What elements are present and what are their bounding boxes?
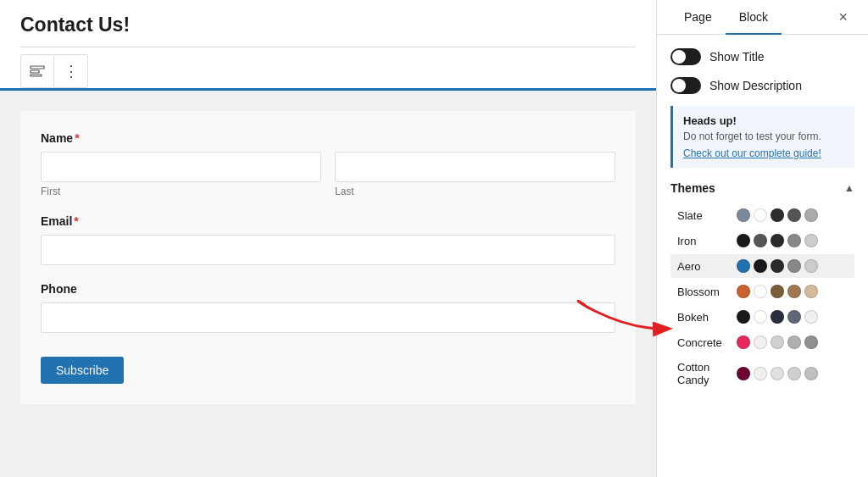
swatch-1[interactable] — [754, 285, 767, 298]
swatch-3[interactable] — [787, 234, 801, 247]
swatch-4[interactable] — [804, 336, 818, 349]
show-description-label: Show Description — [709, 79, 802, 92]
svg-rect-2 — [31, 75, 42, 76]
subscribe-button[interactable]: Subscribe — [41, 357, 124, 384]
first-sublabel: First — [41, 186, 321, 197]
first-name-input[interactable] — [41, 152, 321, 182]
tab-page[interactable]: Page — [670, 0, 726, 34]
swatch-3[interactable] — [787, 367, 801, 380]
theme-name: Aero — [677, 260, 737, 273]
swatch-0[interactable] — [737, 234, 750, 247]
show-description-row: Show Description — [670, 77, 854, 94]
theme-name: Blossom — [677, 286, 737, 298]
swatch-1[interactable] — [754, 259, 767, 273]
theme-name: Concrete — [677, 336, 737, 349]
theme-row-concrete[interactable]: Concrete — [670, 330, 854, 354]
theme-row-slate[interactable]: Slate — [670, 203, 854, 227]
theme-row-cotton-candy[interactable]: Cotton Candy — [670, 356, 854, 391]
swatch-2[interactable] — [771, 259, 784, 273]
swatch-1[interactable] — [754, 234, 767, 247]
theme-row-aero[interactable]: Aero — [670, 254, 854, 278]
notice-title: Heads up! — [683, 114, 844, 127]
last-sublabel: Last — [335, 186, 615, 197]
last-name-field: Last — [335, 152, 615, 197]
theme-swatches — [737, 367, 818, 380]
swatch-4[interactable] — [804, 367, 818, 380]
theme-row-blossom[interactable]: Blossom — [670, 280, 854, 303]
form-section: Name* First Last — [20, 111, 636, 404]
name-field: Name* First Last — [41, 131, 615, 197]
theme-swatches — [737, 208, 818, 222]
swatch-1[interactable] — [754, 336, 767, 349]
swatch-0[interactable] — [737, 259, 750, 273]
swatch-3[interactable] — [787, 259, 801, 273]
swatch-4[interactable] — [804, 310, 818, 324]
email-input[interactable] — [41, 235, 615, 265]
swatch-3[interactable] — [787, 208, 801, 222]
dots-icon: ⋮ — [64, 64, 79, 79]
phone-input[interactable] — [41, 302, 615, 333]
theme-swatches — [737, 285, 818, 298]
swatch-0[interactable] — [737, 310, 750, 324]
last-name-input[interactable] — [335, 152, 615, 182]
swatch-2[interactable] — [771, 234, 784, 247]
form-icon — [30, 65, 45, 77]
swatch-4[interactable] — [804, 234, 818, 247]
swatch-4[interactable] — [804, 285, 818, 298]
notice-text: Do not forget to test your form. — [683, 130, 844, 142]
swatch-4[interactable] — [804, 208, 818, 222]
theme-swatches — [737, 336, 818, 349]
theme-swatches — [737, 234, 818, 247]
show-title-toggle[interactable] — [670, 48, 701, 65]
swatch-2[interactable] — [771, 336, 784, 349]
svg-rect-0 — [31, 66, 44, 69]
form-view-button[interactable] — [20, 54, 54, 88]
swatch-1[interactable] — [754, 310, 767, 324]
swatch-2[interactable] — [771, 208, 784, 222]
swatch-2[interactable] — [771, 285, 784, 298]
theme-name: Cotton Candy — [677, 361, 737, 386]
theme-swatches — [737, 310, 818, 324]
swatch-1[interactable] — [754, 208, 767, 222]
theme-swatches — [737, 259, 818, 273]
svg-rect-1 — [31, 70, 39, 73]
email-field: Email* — [41, 214, 615, 265]
panel-tabs: Page Block × — [657, 0, 868, 35]
panel-close-button[interactable]: × — [832, 0, 854, 34]
show-title-row: Show Title — [670, 48, 854, 65]
swatch-2[interactable] — [771, 367, 784, 380]
theme-row-bokeh[interactable]: Bokeh — [670, 305, 854, 329]
swatch-4[interactable] — [804, 259, 818, 273]
swatch-3[interactable] — [787, 336, 801, 349]
name-label: Name* — [41, 131, 615, 145]
email-label: Email* — [41, 214, 615, 228]
theme-name: Slate — [677, 209, 737, 222]
panel-body: Show Title Show Description Heads up! Do… — [657, 35, 868, 477]
notice-link[interactable]: Check out our complete guide! — [683, 147, 821, 159]
right-panel: Page Block × Show Title Show Description… — [656, 0, 868, 477]
toolbar: ⋮ — [20, 47, 636, 88]
swatch-3[interactable] — [787, 285, 801, 298]
themes-list: SlateIronAeroBlossomBokehConcreteCotton … — [670, 203, 854, 391]
swatch-0[interactable] — [737, 208, 750, 222]
themes-header: Themes ▲ — [670, 181, 854, 195]
swatch-0[interactable] — [737, 285, 750, 298]
phone-label: Phone — [41, 282, 615, 296]
form-area: Name* First Last — [0, 88, 656, 477]
page-title: Contact Us! — [20, 14, 636, 36]
notice-box: Heads up! Do not forget to test your for… — [670, 106, 854, 168]
theme-name: Bokeh — [677, 311, 737, 324]
swatch-2[interactable] — [771, 310, 784, 324]
theme-row-iron[interactable]: Iron — [670, 229, 854, 252]
more-options-button[interactable]: ⋮ — [54, 54, 88, 88]
chevron-up-icon[interactable]: ▲ — [844, 182, 854, 194]
swatch-0[interactable] — [737, 367, 750, 380]
swatch-1[interactable] — [754, 367, 767, 380]
swatch-3[interactable] — [787, 310, 801, 324]
swatch-0[interactable] — [737, 336, 750, 349]
phone-field: Phone — [41, 282, 615, 333]
show-title-label: Show Title — [709, 50, 765, 64]
themes-title: Themes — [670, 181, 715, 195]
show-description-toggle[interactable] — [670, 77, 701, 94]
tab-block[interactable]: Block — [726, 0, 782, 34]
